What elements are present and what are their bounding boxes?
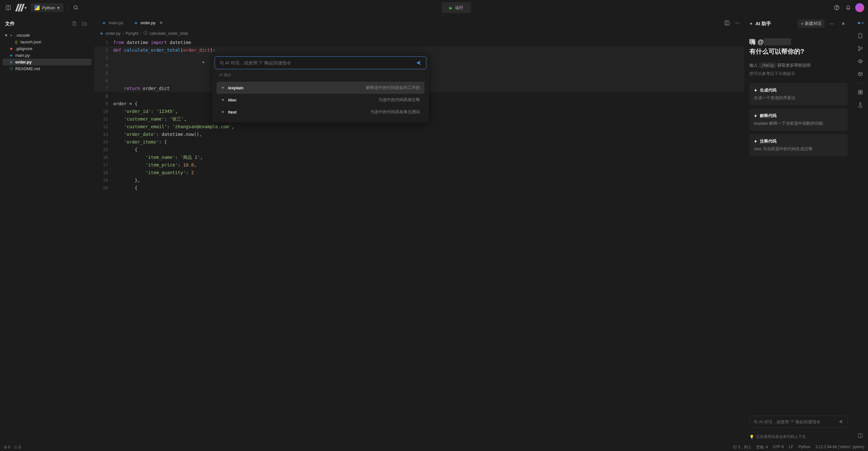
tab-more-button[interactable]: ⋯ bbox=[733, 19, 742, 27]
ai-cmd-explain[interactable]: ✦/explain解释选中的代码是如何工作的 bbox=[217, 82, 425, 94]
ai-inline-input[interactable] bbox=[219, 60, 413, 65]
tree-item--vscode[interactable]: ▾▸.vscode bbox=[3, 32, 92, 38]
status-errors[interactable]: ⊘ 0 bbox=[4, 445, 10, 449]
logo[interactable]: ▾ bbox=[17, 4, 27, 11]
svg-point-6 bbox=[860, 61, 861, 62]
close-icon[interactable]: ✕ bbox=[159, 21, 163, 25]
prompt-card[interactable]: ✦注释代码/doc 为当前选中的代码生成注释 bbox=[749, 134, 847, 156]
tree-label: .gitignore bbox=[15, 46, 32, 51]
search-icon bbox=[73, 5, 79, 10]
tree-item-order-py[interactable]: ◆order.py bbox=[3, 59, 92, 65]
help-hint: 输入 /help 获取更多帮助说明 bbox=[749, 62, 847, 68]
status-lang[interactable]: Python bbox=[799, 445, 810, 450]
line-number: 16 bbox=[94, 153, 113, 161]
line-number: 6 bbox=[94, 77, 113, 85]
ai-cmd-test[interactable]: ✦/test为选中的代码添加单元测试 bbox=[217, 106, 425, 118]
sparkle-icon: ✦ bbox=[754, 114, 757, 118]
tab-label: order.py bbox=[141, 21, 156, 25]
status-cursor[interactable]: 行 3，列 1 bbox=[733, 445, 751, 450]
more-icon: ⋯ bbox=[735, 21, 740, 25]
code-line[interactable]: 16 'item_name': '商品 1', bbox=[94, 153, 744, 161]
tab-order-py[interactable]: ◆order.py✕ bbox=[128, 18, 168, 28]
ai-side-input[interactable] bbox=[753, 419, 836, 424]
line-number: 2 bbox=[94, 46, 113, 54]
code-line[interactable]: 20 { bbox=[94, 184, 744, 192]
python-icon: ◆ bbox=[134, 21, 138, 25]
code-line[interactable]: 13 'order_date': datetime.now(), bbox=[94, 130, 744, 138]
send-icon[interactable] bbox=[838, 419, 843, 424]
context-hint: 💡 正在使用当前仓库代码上下文 bbox=[744, 431, 853, 443]
python-icon: ◆ bbox=[102, 21, 106, 25]
chevron-down-icon: ▾ bbox=[57, 5, 60, 10]
line-number: 14 bbox=[94, 138, 113, 146]
status-warnings[interactable]: ⚠ 0 bbox=[14, 445, 21, 449]
code-line[interactable]: 1from datetime import datetime bbox=[94, 38, 744, 46]
ai-desc: 为选中的代码添加单元测试 bbox=[370, 109, 420, 115]
rail-extensions[interactable] bbox=[855, 69, 865, 79]
status-encoding[interactable]: UTF-8 bbox=[773, 445, 784, 450]
rail-preview[interactable] bbox=[855, 56, 865, 66]
code-line[interactable]: 2def calculate_order_total(order_dict): bbox=[94, 46, 744, 54]
tree-item-main-py[interactable]: ◆main.py bbox=[3, 52, 92, 59]
avatar[interactable] bbox=[855, 3, 864, 12]
status-spaces[interactable]: 空格: 4 bbox=[756, 445, 768, 450]
tab-main-py[interactable]: ◆main.py bbox=[97, 18, 128, 28]
code-line[interactable]: 18 'item_quantity': 2 bbox=[94, 169, 744, 176]
close-panel-button[interactable]: ✕ bbox=[839, 19, 847, 28]
side-more-button[interactable]: ⋯ bbox=[827, 19, 836, 28]
breadcrumb-symbol: calculate_order_total bbox=[150, 31, 188, 36]
card-desc: /explain 解释一下当前选中函数的功能 bbox=[754, 121, 843, 126]
new-conversation-button[interactable]: + 新建对话 bbox=[798, 20, 825, 28]
run-button[interactable]: ▶ 运行 bbox=[442, 2, 471, 13]
prompt-card[interactable]: ✦生成代码生成一个冒泡排序算法 bbox=[749, 83, 847, 105]
language-selector[interactable]: Python ▾ bbox=[31, 3, 63, 12]
side-panel-title: AI 助手 bbox=[755, 21, 795, 27]
svg-rect-8 bbox=[861, 90, 862, 92]
new-file-button[interactable] bbox=[70, 19, 79, 28]
language-label: Python bbox=[42, 5, 55, 10]
code-line[interactable]: 17 'item_price': 10.0, bbox=[94, 161, 744, 169]
svg-rect-7 bbox=[859, 90, 860, 92]
notifications-button[interactable] bbox=[844, 3, 853, 12]
tree-item--gitignore[interactable]: ◆.gitignore bbox=[3, 45, 92, 52]
card-title: 注释代码 bbox=[760, 139, 776, 144]
grid-icon bbox=[858, 89, 863, 95]
close-icon: ✕ bbox=[841, 21, 845, 26]
ai-desc: 为选中的代码添加注释 bbox=[378, 97, 420, 103]
rail-apps[interactable] bbox=[855, 87, 865, 97]
split-editor-button[interactable] bbox=[722, 19, 732, 27]
code-line[interactable]: 14 'order_items': [ bbox=[94, 138, 744, 146]
svg-point-5 bbox=[861, 47, 862, 49]
status-interpreter[interactable]: 3.12.2 64-bit ('shims': pyenv) bbox=[815, 445, 864, 450]
line-number: 1 bbox=[94, 38, 113, 46]
status-eol[interactable]: LF bbox=[789, 445, 794, 450]
split-icon bbox=[725, 21, 729, 25]
rail-git[interactable] bbox=[855, 43, 865, 54]
search-button[interactable] bbox=[71, 3, 80, 12]
prompt-card[interactable]: ✦解释代码/explain 解释一下当前选中函数的功能 bbox=[749, 109, 847, 131]
ai-cmd-doc[interactable]: ✦/doc为选中的代码添加注释 bbox=[217, 94, 425, 106]
ai-desc: 解释选中的代码是如何工作的 bbox=[366, 85, 420, 91]
tree-item-README-md[interactable]: ⓘREADME.md bbox=[3, 65, 92, 72]
new-folder-button[interactable] bbox=[80, 19, 89, 28]
sparkle-icon: ✦ bbox=[221, 110, 225, 115]
line-number: 10 bbox=[94, 108, 113, 115]
help-button[interactable] bbox=[832, 3, 841, 12]
code-line[interactable]: 15 { bbox=[94, 146, 744, 153]
plus-icon: + bbox=[801, 21, 804, 26]
rail-files[interactable] bbox=[855, 31, 865, 41]
tree-item-launch-json[interactable]: {}launch.json bbox=[3, 38, 92, 45]
rail-ai[interactable]: ✦AI bbox=[855, 18, 865, 28]
breadcrumb[interactable]: ◆ order.py / Pyright / ⓘ calculate_order… bbox=[94, 28, 744, 38]
rail-lab[interactable] bbox=[855, 100, 865, 110]
bell-icon bbox=[846, 5, 851, 10]
code-line[interactable]: 12 'customer_email': 'zhangsan@example.c… bbox=[94, 123, 744, 130]
file-icon bbox=[858, 33, 863, 38]
rail-layout[interactable] bbox=[855, 430, 865, 441]
tree-label: launch.json bbox=[21, 39, 41, 44]
ai-command: /doc bbox=[228, 98, 237, 102]
send-icon[interactable] bbox=[416, 60, 422, 66]
line-number: 11 bbox=[94, 115, 113, 123]
code-line[interactable]: 19 }, bbox=[94, 176, 744, 184]
menu-toggle[interactable] bbox=[4, 3, 13, 12]
